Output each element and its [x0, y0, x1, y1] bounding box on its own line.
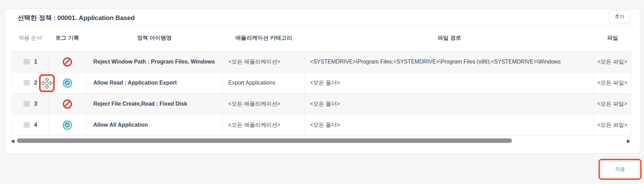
app-category: <모든 애플리케이션>: [223, 51, 305, 72]
file-value: <모든 파일>: [594, 115, 631, 135]
log-record-cell: [49, 94, 86, 114]
deny-log-icon[interactable]: [63, 57, 72, 67]
policy-item-name: Reject Window Path : Program Files, Wind…: [86, 51, 223, 72]
apply-order-cell: 4: [12, 115, 49, 135]
file-value: <모든 파일>: [594, 94, 631, 114]
column-header-app-category: 애플리케이션 카테고리: [223, 35, 305, 42]
log-record-cell: [49, 115, 86, 135]
app-category: Export Applications: [223, 72, 305, 93]
apply-order-cell: 1: [12, 51, 49, 72]
policy-item-name: Allow Read : Application Export: [86, 72, 223, 93]
allow-log-icon[interactable]: [63, 78, 72, 88]
table-row[interactable]: 2 Allow Read : Application Export Export…: [12, 72, 631, 94]
column-header-file: 파일: [594, 35, 631, 42]
policy-table-body: 1 Reject Window Path : Program Files, Wi…: [12, 51, 631, 136]
file-value: <모든 파일>: [594, 51, 631, 72]
table-row[interactable]: 1 Reject Window Path : Program Files, Wi…: [12, 51, 631, 72]
app-category: <모든 애플리케이션>: [223, 115, 305, 135]
policy-item-name: Allow All Application: [86, 115, 223, 135]
drag-handle-icon[interactable]: [23, 123, 30, 127]
file-path: <모든 폴더>: [305, 72, 594, 93]
policy-item-name: Reject File Create,Read : Fixed Disk: [86, 94, 223, 114]
apply-order-cell: 3: [12, 94, 49, 114]
file-path: <모든 폴더>: [305, 94, 594, 114]
order-number: 3: [34, 100, 37, 107]
apply-button-annotation: 적용: [598, 159, 642, 180]
drag-handle-icon[interactable]: [23, 80, 30, 85]
log-record-cell: [49, 51, 86, 72]
move-cursor-annotation: [39, 74, 55, 92]
file-path: <SYSTEMDRIVE>\Program Files;<SYSTEMDRIVE…: [305, 51, 594, 72]
deny-log-icon[interactable]: [63, 99, 72, 109]
drag-handle-icon[interactable]: [23, 59, 30, 64]
selected-policy-panel: 선택한 정책 : 00001. Application Based 추가 적용 …: [4, 9, 640, 154]
allow-log-icon[interactable]: [63, 120, 72, 130]
column-header-apply-order: 적용 순서: [12, 35, 49, 42]
horizontal-scrollbar[interactable]: ◀ ▶: [11, 138, 631, 144]
scrollbar-thumb[interactable]: [17, 138, 512, 143]
drag-handle-icon[interactable]: [23, 101, 30, 106]
order-number: 1: [34, 58, 37, 65]
column-header-policy-item: 정책 아이템명: [86, 35, 223, 42]
column-header-log-record: 로그 기록: [49, 35, 86, 42]
add-button[interactable]: 추가: [609, 10, 630, 23]
table-row[interactable]: 4 Allow All Application <모든 애플리케이션> <모든 …: [12, 115, 631, 136]
move-cursor-icon: [41, 76, 53, 90]
scroll-left-icon[interactable]: ◀: [11, 138, 14, 144]
column-header-file-path: 파일 경로: [305, 35, 594, 42]
file-path: <모든 폴더>: [305, 115, 594, 135]
scroll-right-icon[interactable]: ▶: [627, 138, 631, 144]
apply-button[interactable]: 적용: [601, 161, 639, 177]
table-row[interactable]: 3 Reject File Create,Read : Fixed Disk <…: [12, 94, 631, 115]
page: 선택한 정책 : 00001. Application Based 추가 적용 …: [0, 0, 644, 184]
app-category: <모든 애플리케이션>: [223, 94, 305, 114]
panel-title: 선택한 정책 : 00001. Application Based: [18, 13, 135, 22]
order-number: 2: [34, 79, 37, 86]
file-value: <모든 파일>: [594, 72, 631, 93]
table-header-row: 적용 순서 로그 기록 정책 아이템명 애플리케이션 카테고리 파일 경로 파일: [12, 25, 631, 51]
order-number: 4: [34, 122, 37, 128]
